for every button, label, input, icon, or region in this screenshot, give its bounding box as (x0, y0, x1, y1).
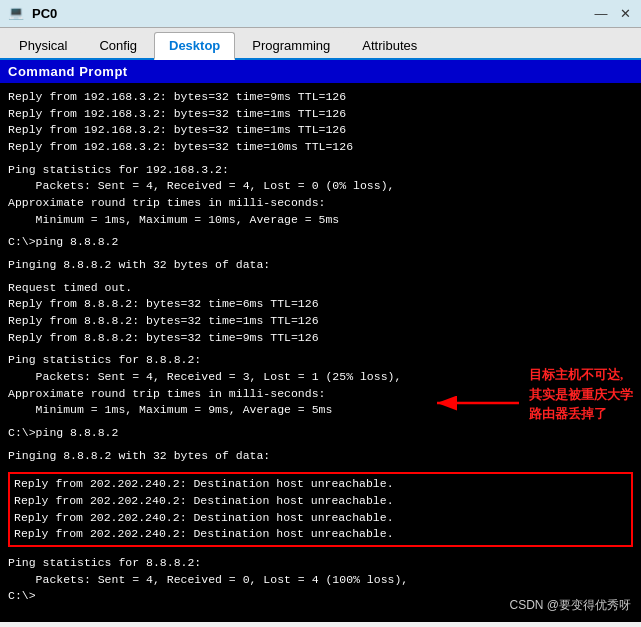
title-left: 💻 PC0 (8, 5, 57, 23)
cmd-line: Reply from 192.168.3.2: bytes=32 time=10… (8, 139, 633, 156)
cmd-line: Reply from 202.202.240.2: Destination ho… (14, 476, 627, 493)
cmd-line: Approximate round trip times in milli-se… (8, 195, 633, 212)
cmd-line: Reply from 192.168.3.2: bytes=32 time=1m… (8, 106, 633, 123)
annotation-area: 目标主机不可达,其实是被重庆大学路由器丢掉了 (431, 365, 633, 424)
close-button[interactable]: ✕ (617, 6, 633, 22)
title-bar: 💻 PC0 — ✕ (0, 0, 641, 28)
cmd-line: Reply from 8.8.8.2: bytes=32 time=6ms TT… (8, 296, 633, 313)
cmd-line: C:\>ping 8.8.8.2 (8, 234, 633, 251)
window-controls[interactable]: — ✕ (593, 6, 633, 22)
annotation-arrow (431, 385, 521, 421)
cmd-line: Reply from 192.168.3.2: bytes=32 time=1m… (8, 122, 633, 139)
cmd-line: Reply from 8.8.8.2: bytes=32 time=1ms TT… (8, 313, 633, 330)
annotation-text: 目标主机不可达,其实是被重庆大学路由器丢掉了 (529, 365, 633, 424)
cmd-line: Pinging 8.8.8.2 with 32 bytes of data: (8, 448, 633, 465)
cmd-line: Ping statistics for 8.8.8.2: (8, 555, 633, 572)
cmd-line: Reply from 202.202.240.2: Destination ho… (14, 510, 627, 527)
minimize-button[interactable]: — (593, 6, 609, 22)
cmd-line: Packets: Sent = 4, Received = 4, Lost = … (8, 178, 633, 195)
tab-bar: Physical Config Desktop Programming Attr… (0, 28, 641, 60)
cmd-line: Minimum = 1ms, Maximum = 10ms, Average =… (8, 212, 633, 229)
cmd-line: Request timed out. (8, 280, 633, 297)
window-title: PC0 (32, 6, 57, 21)
unreachable-box: Reply from 202.202.240.2: Destination ho… (8, 472, 633, 547)
tab-desktop[interactable]: Desktop (154, 32, 235, 60)
cmd-line: Reply from 202.202.240.2: Destination ho… (14, 526, 627, 543)
tab-physical[interactable]: Physical (4, 32, 82, 58)
cmd-line: Reply from 8.8.8.2: bytes=32 time=9ms TT… (8, 330, 633, 347)
cmd-line: Pinging 8.8.8.2 with 32 bytes of data: (8, 257, 633, 274)
tab-programming[interactable]: Programming (237, 32, 345, 58)
app-icon: 💻 (8, 5, 26, 23)
cmd-header: Command Prompt (0, 60, 641, 83)
tab-attributes[interactable]: Attributes (347, 32, 432, 58)
cmd-line: Reply from 192.168.3.2: bytes=32 time=9m… (8, 89, 633, 106)
cmd-line: Packets: Sent = 4, Received = 0, Lost = … (8, 572, 633, 589)
cmd-line: Reply from 202.202.240.2: Destination ho… (14, 493, 627, 510)
cmd-line: Ping statistics for 192.168.3.2: (8, 162, 633, 179)
cmd-line (8, 464, 633, 470)
cmd-body[interactable]: Reply from 192.168.3.2: bytes=32 time=9m… (0, 83, 641, 622)
watermark: CSDN @要变得优秀呀 (509, 597, 631, 614)
tab-config[interactable]: Config (84, 32, 152, 58)
cmd-line: C:\>ping 8.8.8.2 (8, 425, 633, 442)
